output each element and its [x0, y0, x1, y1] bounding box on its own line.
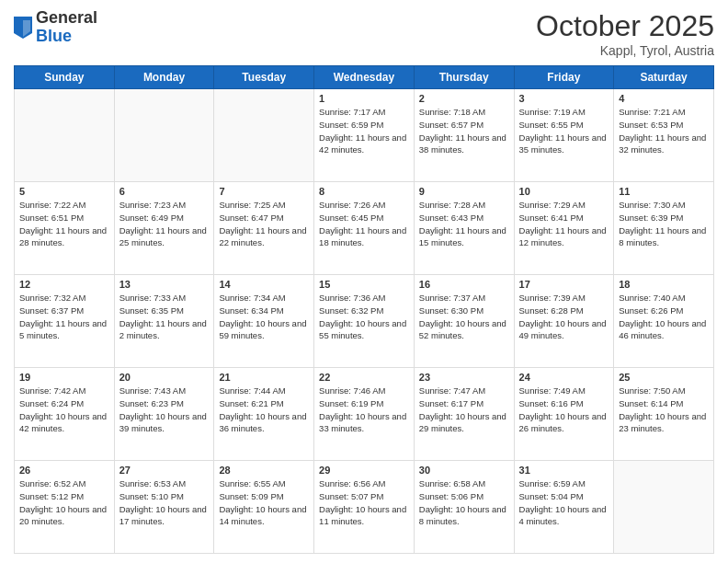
title-block: October 2025 Kappl, Tyrol, Austria — [536, 9, 714, 58]
table-cell: 10 Sunrise: 7:29 AMSunset: 6:41 PMDaylig… — [514, 182, 614, 275]
day-info: Sunrise: 6:53 AMSunset: 5:10 PMDaylight:… — [119, 477, 210, 528]
day-number: 20 — [119, 372, 210, 383]
table-cell — [614, 461, 714, 554]
col-sunday: Sunday — [15, 66, 115, 89]
day-info: Sunrise: 7:37 AMSunset: 6:30 PMDaylight:… — [419, 292, 509, 342]
day-number: 19 — [19, 372, 109, 383]
day-number: 1 — [319, 93, 409, 104]
day-number: 11 — [619, 186, 709, 197]
calendar-header-row: Sunday Monday Tuesday Wednesday Thursday… — [15, 66, 714, 89]
day-info: Sunrise: 7:32 AMSunset: 6:37 PMDaylight:… — [19, 292, 109, 342]
day-info: Sunrise: 7:44 AMSunset: 6:21 PMDaylight:… — [219, 385, 309, 435]
day-number: 4 — [619, 93, 709, 104]
table-cell — [15, 89, 115, 182]
table-cell: 8 Sunrise: 7:26 AMSunset: 6:45 PMDayligh… — [314, 182, 415, 275]
calendar: Sunday Monday Tuesday Wednesday Thursday… — [14, 65, 714, 554]
table-cell: 2 Sunrise: 7:18 AMSunset: 6:57 PMDayligh… — [414, 89, 514, 182]
header: General Blue October 2025 Kappl, Tyrol, … — [14, 9, 714, 58]
table-cell — [114, 89, 214, 182]
table-cell: 15 Sunrise: 7:36 AMSunset: 6:32 PMDaylig… — [314, 275, 415, 368]
logo: General Blue — [14, 9, 97, 46]
day-number: 22 — [319, 372, 409, 383]
day-info: Sunrise: 7:28 AMSunset: 6:43 PMDaylight:… — [419, 199, 509, 249]
day-info: Sunrise: 7:33 AMSunset: 6:35 PMDaylight:… — [119, 292, 210, 342]
table-cell: 13 Sunrise: 7:33 AMSunset: 6:35 PMDaylig… — [114, 275, 214, 368]
table-cell: 23 Sunrise: 7:47 AMSunset: 6:17 PMDaylig… — [414, 368, 514, 461]
day-number: 13 — [119, 279, 210, 290]
day-info: Sunrise: 7:50 AMSunset: 6:14 PMDaylight:… — [619, 385, 709, 435]
day-info: Sunrise: 7:19 AMSunset: 6:55 PMDaylight:… — [519, 106, 609, 156]
col-wednesday: Wednesday — [314, 66, 415, 89]
table-cell: 27 Sunrise: 6:53 AMSunset: 5:10 PMDaylig… — [114, 461, 214, 554]
table-cell: 3 Sunrise: 7:19 AMSunset: 6:55 PMDayligh… — [514, 89, 614, 182]
day-number: 18 — [619, 279, 709, 290]
week-row-1: 1 Sunrise: 7:17 AMSunset: 6:59 PMDayligh… — [15, 89, 714, 182]
table-cell: 24 Sunrise: 7:49 AMSunset: 6:16 PMDaylig… — [514, 368, 614, 461]
day-info: Sunrise: 7:17 AMSunset: 6:59 PMDaylight:… — [319, 106, 409, 156]
table-cell: 30 Sunrise: 6:58 AMSunset: 5:06 PMDaylig… — [414, 461, 514, 554]
day-info: Sunrise: 7:49 AMSunset: 6:16 PMDaylight:… — [519, 385, 609, 435]
day-info: Sunrise: 7:21 AMSunset: 6:53 PMDaylight:… — [619, 106, 709, 156]
day-number: 15 — [319, 279, 409, 290]
day-number: 10 — [519, 186, 609, 197]
day-info: Sunrise: 6:55 AMSunset: 5:09 PMDaylight:… — [219, 477, 309, 528]
col-tuesday: Tuesday — [214, 66, 314, 89]
day-info: Sunrise: 7:23 AMSunset: 6:49 PMDaylight:… — [119, 199, 210, 249]
day-info: Sunrise: 6:59 AMSunset: 5:04 PMDaylight:… — [519, 477, 609, 528]
day-info: Sunrise: 7:25 AMSunset: 6:47 PMDaylight:… — [219, 199, 309, 249]
month-title: October 2025 — [536, 9, 714, 43]
day-number: 24 — [519, 372, 609, 383]
week-row-2: 5 Sunrise: 7:22 AMSunset: 6:51 PMDayligh… — [15, 182, 714, 275]
week-row-5: 26 Sunrise: 6:52 AMSunset: 5:12 PMDaylig… — [15, 461, 714, 554]
day-info: Sunrise: 6:52 AMSunset: 5:12 PMDaylight:… — [19, 477, 109, 528]
table-cell: 29 Sunrise: 6:56 AMSunset: 5:07 PMDaylig… — [314, 461, 415, 554]
table-cell: 17 Sunrise: 7:39 AMSunset: 6:28 PMDaylig… — [514, 275, 614, 368]
day-number: 9 — [419, 186, 509, 197]
day-number: 28 — [219, 465, 309, 476]
table-cell: 9 Sunrise: 7:28 AMSunset: 6:43 PMDayligh… — [414, 182, 514, 275]
day-number: 5 — [19, 186, 109, 197]
day-number: 26 — [19, 465, 109, 476]
day-info: Sunrise: 7:36 AMSunset: 6:32 PMDaylight:… — [319, 292, 409, 342]
day-info: Sunrise: 7:47 AMSunset: 6:17 PMDaylight:… — [419, 385, 509, 435]
day-number: 21 — [219, 372, 309, 383]
table-cell: 4 Sunrise: 7:21 AMSunset: 6:53 PMDayligh… — [614, 89, 714, 182]
day-info: Sunrise: 7:39 AMSunset: 6:28 PMDaylight:… — [519, 292, 609, 342]
table-cell: 7 Sunrise: 7:25 AMSunset: 6:47 PMDayligh… — [214, 182, 314, 275]
location-subtitle: Kappl, Tyrol, Austria — [536, 43, 714, 58]
day-number: 16 — [419, 279, 509, 290]
col-thursday: Thursday — [414, 66, 514, 89]
day-info: Sunrise: 7:43 AMSunset: 6:23 PMDaylight:… — [119, 385, 210, 435]
day-number: 2 — [419, 93, 509, 104]
day-number: 12 — [19, 279, 109, 290]
logo-icon — [14, 17, 32, 39]
day-info: Sunrise: 7:18 AMSunset: 6:57 PMDaylight:… — [419, 106, 509, 156]
day-number: 14 — [219, 279, 309, 290]
logo-general: General — [36, 8, 97, 27]
table-cell: 6 Sunrise: 7:23 AMSunset: 6:49 PMDayligh… — [114, 182, 214, 275]
day-number: 3 — [519, 93, 609, 104]
table-cell — [214, 89, 314, 182]
day-info: Sunrise: 7:34 AMSunset: 6:34 PMDaylight:… — [219, 292, 309, 342]
day-info: Sunrise: 7:26 AMSunset: 6:45 PMDaylight:… — [319, 199, 409, 249]
day-info: Sunrise: 7:46 AMSunset: 6:19 PMDaylight:… — [319, 385, 409, 435]
day-info: Sunrise: 6:56 AMSunset: 5:07 PMDaylight:… — [319, 477, 409, 528]
day-number: 30 — [419, 465, 509, 476]
table-cell: 16 Sunrise: 7:37 AMSunset: 6:30 PMDaylig… — [414, 275, 514, 368]
day-info: Sunrise: 7:30 AMSunset: 6:39 PMDaylight:… — [619, 199, 709, 249]
day-info: Sunrise: 7:42 AMSunset: 6:24 PMDaylight:… — [19, 385, 109, 435]
week-row-4: 19 Sunrise: 7:42 AMSunset: 6:24 PMDaylig… — [15, 368, 714, 461]
table-cell: 31 Sunrise: 6:59 AMSunset: 5:04 PMDaylig… — [514, 461, 614, 554]
table-cell: 25 Sunrise: 7:50 AMSunset: 6:14 PMDaylig… — [614, 368, 714, 461]
day-number: 31 — [519, 465, 609, 476]
day-info: Sunrise: 7:40 AMSunset: 6:26 PMDaylight:… — [619, 292, 709, 342]
table-cell: 26 Sunrise: 6:52 AMSunset: 5:12 PMDaylig… — [15, 461, 115, 554]
day-number: 8 — [319, 186, 409, 197]
table-cell: 1 Sunrise: 7:17 AMSunset: 6:59 PMDayligh… — [314, 89, 415, 182]
col-friday: Friday — [514, 66, 614, 89]
table-cell: 14 Sunrise: 7:34 AMSunset: 6:34 PMDaylig… — [214, 275, 314, 368]
table-cell: 21 Sunrise: 7:44 AMSunset: 6:21 PMDaylig… — [214, 368, 314, 461]
table-cell: 28 Sunrise: 6:55 AMSunset: 5:09 PMDaylig… — [214, 461, 314, 554]
table-cell: 20 Sunrise: 7:43 AMSunset: 6:23 PMDaylig… — [114, 368, 214, 461]
table-cell: 12 Sunrise: 7:32 AMSunset: 6:37 PMDaylig… — [15, 275, 115, 368]
